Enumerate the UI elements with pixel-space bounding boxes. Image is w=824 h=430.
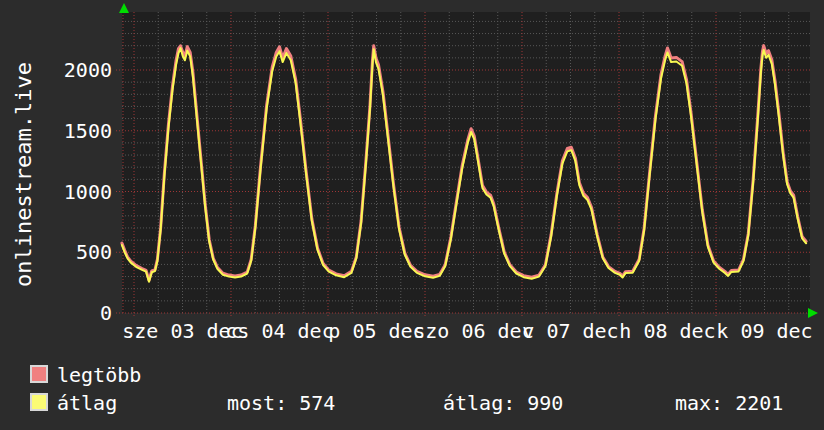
x-tick-label: p 05 dec	[328, 321, 424, 341]
stat-max: max: 2201	[675, 392, 783, 414]
y-tick-label-2000: 2000	[32, 60, 112, 80]
rrd-graph: onlinestream.live 0500100015002000 sze 0…	[0, 0, 824, 430]
y-tick-label-1500: 1500	[32, 121, 112, 141]
stat-atlag: átlag: 990	[443, 392, 563, 414]
y-axis-arrow-up-icon	[119, 3, 129, 13]
x-tick-label: cs 04 dec	[225, 321, 333, 341]
legend-label-atlag: átlag	[57, 392, 117, 414]
y-tick-label-1000: 1000	[32, 182, 112, 202]
legend-swatch-atlag	[30, 393, 48, 411]
x-tick-label: szo 06 dec	[413, 321, 533, 341]
x-tick-label: h 08 dec	[619, 321, 715, 341]
legend-label-legtobb: legtöbb	[57, 364, 141, 386]
y-tick-label-0: 0	[32, 303, 112, 323]
series-layer	[122, 46, 806, 282]
y-tick-label-500: 500	[32, 242, 112, 262]
x-axis-arrow-right-icon	[808, 308, 818, 318]
x-tick-label: k 09 dec	[716, 321, 812, 341]
x-tick-label: v 07 dec	[522, 321, 618, 341]
stat-most: most: 574	[227, 392, 335, 414]
legend-swatch-legtobb	[30, 365, 48, 383]
series-line-atlag	[122, 48, 806, 282]
